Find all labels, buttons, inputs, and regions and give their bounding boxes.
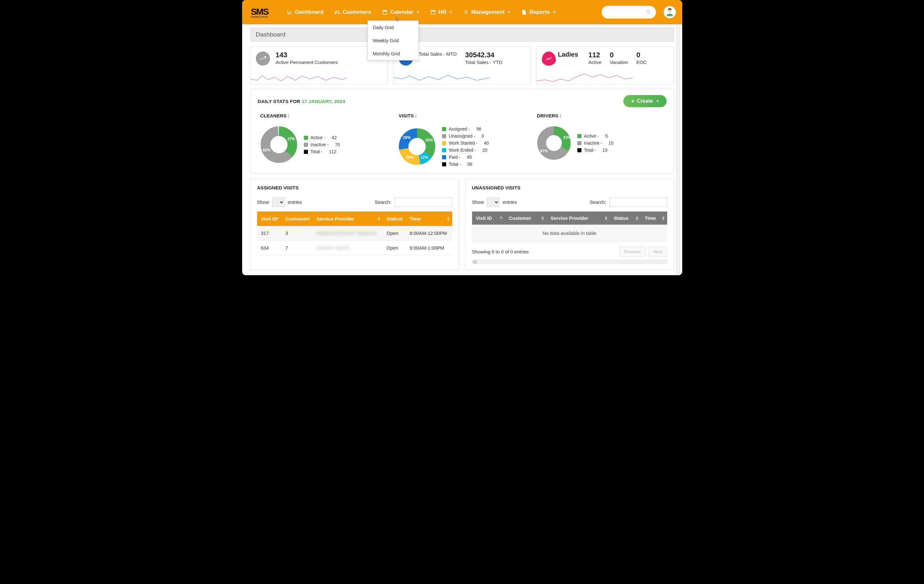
ladies-active-value: 112	[589, 51, 602, 59]
top-nav: SMS Cleaning Service Dashboard Customers…	[242, 0, 682, 24]
previous-button[interactable]: Previous	[619, 247, 645, 257]
nav-reports[interactable]: Reports	[516, 7, 560, 18]
nav-management[interactable]: Management	[458, 7, 515, 18]
sales-ytd-value: 30542.34	[465, 51, 502, 59]
customers-value: 143	[276, 51, 338, 59]
col-time[interactable]: Time	[406, 212, 452, 226]
nav-hr-label: HR	[439, 9, 447, 15]
brand-subtitle: Cleaning Service	[251, 16, 268, 18]
cell-customer: 7	[281, 241, 312, 255]
visits-tables-row: ASSIGNED VISITS Show entries Search: Vis…	[251, 179, 674, 270]
legend-value: 20	[482, 147, 487, 153]
legend-row: Total - 112	[304, 148, 340, 155]
drivers-block: DRIVERS : 33%67% Active - 5Inactive - 10…	[535, 113, 667, 168]
cleaners-heading: CLEANERS :	[260, 113, 390, 118]
user-avatar[interactable]	[664, 6, 676, 18]
search-input[interactable]	[602, 6, 656, 18]
legend-value: 15	[602, 147, 608, 153]
legend-swatch	[304, 143, 308, 147]
cell-visit-id: 317	[257, 226, 282, 241]
daily-stats-title: DAILY STATS FOR 17 JANUARY, 2024	[258, 99, 345, 104]
horizontal-scrollbar[interactable]	[472, 260, 667, 264]
legend-swatch	[577, 134, 581, 138]
col-status[interactable]: Status	[610, 212, 641, 225]
legend-swatch	[442, 162, 446, 166]
assigned-visits-panel: ASSIGNED VISITS Show entries Search: Vis…	[251, 179, 459, 270]
nav-management-label: Management	[471, 9, 504, 15]
assigned-table: Visit IDCustomerService ProviderStatusTi…	[257, 212, 452, 255]
legend-label: Unassigned -	[449, 134, 475, 139]
unassigned-page-length[interactable]	[487, 197, 499, 207]
legend-swatch	[577, 148, 581, 152]
page-title: Dashboard	[251, 28, 674, 41]
unassigned-length-control: Show entries	[472, 197, 517, 207]
entries-label: entries	[502, 199, 517, 205]
cell-visit-id: 634	[257, 241, 282, 255]
nav-customers[interactable]: Customers	[330, 7, 376, 18]
legend-label: Assigned -	[449, 126, 470, 132]
drivers-legend: Active - 5Inactive - 10Total - 15	[577, 132, 614, 154]
ladies-vacation-label: Vacation	[610, 59, 628, 66]
col-customer[interactable]: Customer	[281, 212, 312, 226]
assigned-search-input[interactable]	[395, 197, 452, 207]
card-active-customers: 143 Active Permanent Customers	[251, 46, 388, 84]
visits-heading: VISITS :	[399, 113, 528, 118]
col-visit id[interactable]: Visit ID	[257, 212, 282, 226]
ladies-vacation-value: 0	[610, 51, 628, 59]
col-time[interactable]: Time	[641, 212, 667, 225]
legend-label: Paid -	[449, 155, 460, 160]
table-row[interactable]: 634 7 SHANTI NAVIS Open 9:00AM-1:00PM	[257, 241, 452, 255]
cleaners-donut: 37%62%	[260, 126, 298, 164]
daily-title-prefix: DAILY STATS FOR	[258, 99, 302, 104]
trend-icon	[256, 51, 270, 66]
calendar-dropdown-daily[interactable]: Daily Grid	[368, 21, 418, 34]
sparkline	[394, 69, 490, 84]
calendar-dropdown-monthly[interactable]: Monthly Grid	[368, 47, 418, 60]
legend-value: 40	[484, 141, 489, 146]
cursor-pointer-icon	[394, 17, 401, 24]
calendar-icon	[382, 9, 388, 15]
brand-logo[interactable]: SMS Cleaning Service	[249, 4, 271, 20]
legend-value: 0	[482, 134, 484, 139]
unassigned-info: Showing 0 to 0 of 0 entries	[472, 249, 529, 255]
legend-swatch	[442, 148, 446, 152]
legend-value: 70	[335, 142, 340, 147]
legend-row: Assigned - 56	[442, 126, 489, 132]
table-row[interactable]: 317 3 ANNALETCHUMY MASALE Open 8:00AM-12…	[257, 226, 452, 241]
col-service provider[interactable]: Service Provider	[312, 212, 383, 226]
legend-value: 112	[329, 149, 337, 154]
create-button[interactable]: + Create	[624, 95, 666, 107]
assigned-search-control: Search:	[375, 197, 452, 207]
legend-swatch	[304, 136, 308, 140]
calendar-dropdown-weekly[interactable]: Weekly Grid	[368, 34, 418, 47]
entries-label: entries	[287, 199, 302, 205]
col-visit id[interactable]: Visit ID	[472, 212, 505, 225]
assigned-heading: ASSIGNED VISITS	[257, 185, 452, 190]
nav-calendar[interactable]: Calendar	[378, 7, 424, 18]
assigned-page-length[interactable]	[272, 197, 284, 207]
ladies-eoc-label: EOC	[637, 59, 647, 66]
chevron-down-icon	[656, 101, 659, 102]
col-status[interactable]: Status	[383, 212, 406, 226]
col-service provider[interactable]: Service Provider	[546, 212, 610, 225]
nav-hr[interactable]: HR	[426, 7, 457, 18]
page-body[interactable]: Dashboard 143 Active Permanent Customers	[242, 24, 682, 275]
unassigned-search-input[interactable]	[610, 197, 667, 207]
unassigned-search-control: Search:	[590, 197, 667, 207]
legend-value: 42	[332, 135, 337, 140]
cell-provider: ANNALETCHUMY MASALE	[312, 226, 383, 241]
legend-row: Inactive - 10	[577, 139, 614, 147]
legend-swatch	[577, 141, 581, 145]
svg-point-5	[272, 137, 286, 152]
plus-icon: +	[631, 98, 635, 104]
svg-point-10	[410, 139, 424, 154]
chevron-down-icon	[417, 12, 419, 13]
legend-row: Work Started - 40	[442, 139, 489, 147]
nav-dashboard[interactable]: Dashboard	[282, 7, 328, 18]
daily-stats-panel: DAILY STATS FOR 17 JANUARY, 2024 + Creat…	[251, 89, 674, 174]
next-button[interactable]: Next	[648, 247, 667, 257]
vertical-scrollbar[interactable]	[676, 24, 680, 275]
col-customer[interactable]: Customer	[505, 212, 546, 225]
sparkline	[251, 69, 347, 84]
nav-customers-label: Customers	[343, 9, 371, 15]
